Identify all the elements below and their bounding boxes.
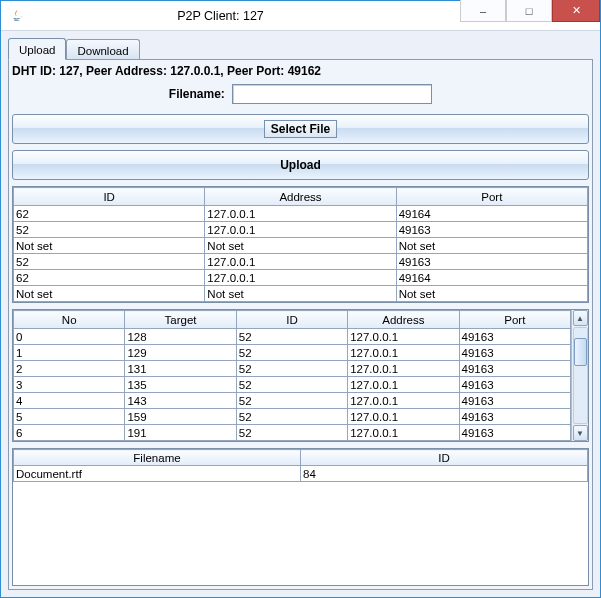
finger-row-cell[interactable]: 3 [14, 377, 125, 393]
peers-row[interactable]: Not setNot setNot set [14, 286, 588, 302]
peers-row-cell[interactable]: Not set [396, 238, 587, 254]
finger-row-cell[interactable]: 191 [125, 425, 236, 441]
peers-row-cell[interactable]: 127.0.0.1 [205, 222, 396, 238]
peers-row-cell[interactable]: Not set [14, 238, 205, 254]
peers-row-cell[interactable]: 52 [14, 222, 205, 238]
peers-row[interactable]: Not setNot setNot set [14, 238, 588, 254]
finger-row-cell[interactable]: 52 [236, 409, 347, 425]
finger-row-cell[interactable]: 52 [236, 377, 347, 393]
finger-row[interactable]: 213152127.0.0.149163 [14, 361, 571, 377]
peers-row-cell[interactable]: 62 [14, 270, 205, 286]
tab-download[interactable]: Download [66, 39, 139, 59]
finger-table-scrollbar[interactable]: ▲ ▼ [571, 310, 588, 441]
scroll-down-button[interactable]: ▼ [573, 425, 588, 441]
finger-row-cell[interactable]: 127.0.0.1 [348, 345, 459, 361]
finger-row[interactable]: 619152127.0.0.149163 [14, 425, 571, 441]
peers-row-cell[interactable]: Not set [14, 286, 205, 302]
app-window: P2P Client: 127 – □ ✕ Upload Download DH… [0, 0, 601, 598]
peers-row-cell[interactable]: 127.0.0.1 [205, 254, 396, 270]
finger-row-cell[interactable]: 0 [14, 329, 125, 345]
finger-row-cell[interactable]: 2 [14, 361, 125, 377]
peers-row-cell[interactable]: 49163 [396, 254, 587, 270]
finger-row-cell[interactable]: 127.0.0.1 [348, 425, 459, 441]
peers-row-cell[interactable]: 127.0.0.1 [205, 270, 396, 286]
tab-upload[interactable]: Upload [8, 38, 66, 60]
files-row[interactable]: Document.rtf84 [14, 466, 588, 482]
close-button[interactable]: ✕ [552, 0, 600, 22]
finger-row-cell[interactable]: 127.0.0.1 [348, 377, 459, 393]
scroll-thumb[interactable] [574, 338, 587, 366]
finger-row[interactable]: 414352127.0.0.149163 [14, 393, 571, 409]
finger-row-cell[interactable]: 159 [125, 409, 236, 425]
finger-row-cell[interactable]: 49163 [459, 345, 570, 361]
files-table-empty-area [13, 482, 588, 585]
peers-row-cell[interactable]: 52 [14, 254, 205, 270]
files-row-cell[interactable]: Document.rtf [14, 466, 301, 482]
finger-row-cell[interactable]: 52 [236, 425, 347, 441]
finger-row-cell[interactable]: 6 [14, 425, 125, 441]
peers-row-cell[interactable]: 49164 [396, 270, 587, 286]
finger-row-cell[interactable]: 49163 [459, 377, 570, 393]
finger-row-cell[interactable]: 128 [125, 329, 236, 345]
scroll-track[interactable] [573, 327, 588, 424]
finger-row[interactable]: 313552127.0.0.149163 [14, 377, 571, 393]
files-col-header[interactable]: ID [301, 450, 588, 466]
peers-row[interactable]: 52127.0.0.149163 [14, 254, 588, 270]
finger-row-cell[interactable]: 49163 [459, 393, 570, 409]
finger-row-cell[interactable]: 135 [125, 377, 236, 393]
upload-button[interactable]: Upload [12, 150, 589, 180]
finger-row-cell[interactable]: 49163 [459, 409, 570, 425]
finger-row[interactable]: 515952127.0.0.149163 [14, 409, 571, 425]
select-file-button[interactable]: Select File [264, 120, 337, 138]
peers-row-cell[interactable]: 49163 [396, 222, 587, 238]
finger-row-cell[interactable]: 52 [236, 393, 347, 409]
peers-row[interactable]: 52127.0.0.149163 [14, 222, 588, 238]
select-file-bar[interactable]: Select File [12, 114, 589, 144]
finger-row-cell[interactable]: 127.0.0.1 [348, 361, 459, 377]
finger-row-cell[interactable]: 127.0.0.1 [348, 329, 459, 345]
finger-col-header[interactable]: ID [236, 311, 347, 329]
finger-col-header[interactable]: No [14, 311, 125, 329]
peers-col-header[interactable]: Address [205, 188, 396, 206]
finger-row-cell[interactable]: 5 [14, 409, 125, 425]
peers-col-header[interactable]: ID [14, 188, 205, 206]
maximize-button[interactable]: □ [506, 0, 552, 22]
finger-row-cell[interactable]: 4 [14, 393, 125, 409]
finger-row-cell[interactable]: 143 [125, 393, 236, 409]
finger-row-cell[interactable]: 49163 [459, 425, 570, 441]
minimize-button[interactable]: – [460, 0, 506, 22]
peers-row-cell[interactable]: Not set [205, 286, 396, 302]
finger-col-header[interactable]: Address [348, 311, 459, 329]
finger-row-cell[interactable]: 52 [236, 345, 347, 361]
peers-row[interactable]: 62127.0.0.149164 [14, 206, 588, 222]
content-area: Upload Download DHT ID: 127, Peer Addres… [1, 31, 600, 597]
peers-table: IDAddressPort 62127.0.0.14916452127.0.0.… [12, 186, 589, 303]
title-bar: P2P Client: 127 – □ ✕ [1, 1, 600, 31]
peers-row-cell[interactable]: 127.0.0.1 [205, 206, 396, 222]
finger-row-cell[interactable]: 1 [14, 345, 125, 361]
finger-row-cell[interactable]: 52 [236, 361, 347, 377]
peers-row-cell[interactable]: Not set [396, 286, 587, 302]
finger-col-header[interactable]: Port [459, 311, 570, 329]
finger-col-header[interactable]: Target [125, 311, 236, 329]
finger-row-cell[interactable]: 49163 [459, 361, 570, 377]
files-col-header[interactable]: Filename [14, 450, 301, 466]
finger-row-cell[interactable]: 49163 [459, 329, 570, 345]
peers-row-cell[interactable]: Not set [205, 238, 396, 254]
peers-row-cell[interactable]: 49164 [396, 206, 587, 222]
filename-input[interactable] [232, 84, 432, 104]
peers-col-header[interactable]: Port [396, 188, 587, 206]
java-icon [9, 8, 25, 24]
finger-row-cell[interactable]: 127.0.0.1 [348, 393, 459, 409]
peers-row[interactable]: 62127.0.0.149164 [14, 270, 588, 286]
finger-row[interactable]: 112952127.0.0.149163 [14, 345, 571, 361]
scroll-up-button[interactable]: ▲ [573, 310, 588, 326]
finger-row-cell[interactable]: 127.0.0.1 [348, 409, 459, 425]
finger-table: NoTargetIDAddressPort 012852127.0.0.1491… [12, 309, 589, 442]
finger-row[interactable]: 012852127.0.0.149163 [14, 329, 571, 345]
finger-row-cell[interactable]: 52 [236, 329, 347, 345]
peers-row-cell[interactable]: 62 [14, 206, 205, 222]
finger-row-cell[interactable]: 129 [125, 345, 236, 361]
finger-row-cell[interactable]: 131 [125, 361, 236, 377]
files-row-cell[interactable]: 84 [301, 466, 588, 482]
